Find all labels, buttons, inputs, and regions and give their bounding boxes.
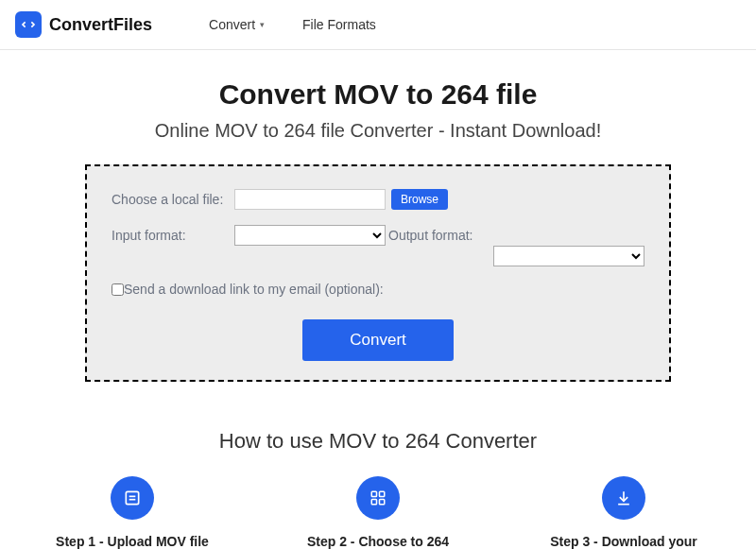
main-nav: Convert ▾ File Formats bbox=[209, 17, 376, 32]
upload-icon bbox=[111, 476, 154, 520]
svg-rect-0 bbox=[126, 491, 138, 504]
step-2: Step 2 - Choose to 264 bbox=[293, 476, 463, 549]
main-content: Convert MOV to 264 file Online MOV to 26… bbox=[0, 50, 756, 549]
chevron-down-icon: ▾ bbox=[260, 20, 265, 29]
file-input[interactable] bbox=[234, 189, 386, 210]
step-3-text: Step 3 - Download your converted 264 fil… bbox=[539, 533, 709, 549]
browse-button[interactable]: Browse bbox=[391, 189, 448, 210]
howto-section: How to use MOV to 264 Converter Step 1 -… bbox=[0, 429, 756, 549]
nav-convert-label: Convert bbox=[209, 17, 255, 32]
output-format-select[interactable] bbox=[493, 246, 644, 266]
choose-file-label: Choose a local file: bbox=[112, 192, 234, 207]
file-row: Choose a local file: Browse bbox=[112, 189, 644, 210]
header: ConvertFiles Convert ▾ File Formats bbox=[0, 0, 756, 50]
input-format-label: Input format: bbox=[112, 228, 234, 243]
format-row: Input format: Output format: bbox=[112, 225, 644, 266]
page-title: Convert MOV to 264 file bbox=[0, 78, 756, 111]
input-format-select[interactable] bbox=[234, 225, 386, 246]
email-row: Send a download link to my email (option… bbox=[112, 282, 644, 297]
convert-button[interactable]: Convert bbox=[302, 319, 454, 361]
step-1-text: Step 1 - Upload MOV file bbox=[56, 533, 209, 549]
logo[interactable]: ConvertFiles bbox=[15, 11, 152, 38]
brand-name: ConvertFiles bbox=[49, 15, 152, 35]
output-format-label: Output format: bbox=[388, 228, 472, 243]
step-2-text: Step 2 - Choose to 264 bbox=[307, 533, 449, 549]
step-1: Step 1 - Upload MOV file bbox=[47, 476, 217, 549]
step-3: Step 3 - Download your converted 264 fil… bbox=[539, 476, 709, 549]
howto-title: How to use MOV to 264 Converter bbox=[0, 429, 756, 454]
page-subtitle: Online MOV to 264 file Converter - Insta… bbox=[0, 120, 756, 142]
svg-rect-5 bbox=[371, 500, 376, 505]
email-label: Send a download link to my email (option… bbox=[124, 282, 384, 297]
svg-rect-6 bbox=[380, 500, 385, 505]
download-icon bbox=[602, 476, 645, 520]
nav-formats-label: File Formats bbox=[302, 17, 376, 32]
nav-convert[interactable]: Convert ▾ bbox=[209, 17, 265, 32]
grid-icon bbox=[356, 476, 400, 520]
nav-file-formats[interactable]: File Formats bbox=[302, 17, 376, 32]
logo-icon bbox=[15, 11, 42, 38]
svg-rect-3 bbox=[371, 491, 376, 496]
svg-rect-4 bbox=[380, 491, 385, 496]
steps-row: Step 1 - Upload MOV file Step 2 - Choose… bbox=[0, 476, 756, 549]
convert-form: Choose a local file: Browse Input format… bbox=[85, 164, 671, 382]
email-checkbox[interactable] bbox=[112, 283, 124, 296]
